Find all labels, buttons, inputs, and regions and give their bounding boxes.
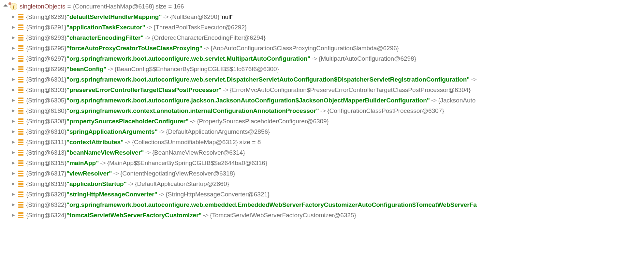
chevron-right-icon[interactable] (10, 161, 17, 165)
map-entry-icon (18, 139, 24, 145)
entry-value-type: {BeanConfig$$EnhancerBySpringCGLIB$$1fc6… (115, 64, 279, 74)
chevron-right-icon[interactable] (10, 47, 17, 50)
variable-size: size = 166 (155, 1, 184, 12)
entry-value-type: {PropertySourcesPlaceholderConfigurer@63… (197, 116, 329, 127)
svg-marker-19 (12, 203, 15, 206)
map-entry-row[interactable]: {String@6311} "contextAttributes" -> {Co… (0, 137, 644, 147)
chevron-right-icon[interactable] (10, 57, 17, 60)
entry-key-type: {String@6301} (26, 74, 66, 85)
map-entry-icon (18, 97, 24, 104)
entry-key: "org.springframework.context.annotation.… (66, 106, 319, 116)
chevron-right-icon[interactable] (10, 203, 17, 206)
entry-key-type: {String@6299} (26, 64, 66, 74)
chevron-right-icon[interactable] (10, 88, 17, 92)
map-entry-row[interactable]: {String@6308} "propertySourcesPlaceholde… (0, 116, 644, 127)
entry-key-type: {String@6310} (26, 127, 66, 137)
entry-arrow: -> (113, 168, 119, 179)
entry-key: "org.springframework.boot.autoconfigure.… (66, 74, 470, 85)
entry-value-type: {StringHttpMessageConverter@6321} (166, 189, 270, 200)
entry-arrow: -> (431, 95, 437, 106)
map-entry-row[interactable]: {String@6322} "org.springframework.boot.… (0, 200, 644, 210)
chevron-right-icon[interactable] (10, 172, 17, 175)
map-entry-row[interactable]: {String@6310} "springApplicationArgument… (0, 127, 644, 137)
entry-arrow: -> (471, 74, 476, 85)
entry-key-type: {String@6305} (26, 95, 66, 106)
entry-key-type: {String@6293} (26, 33, 66, 43)
map-entry-icon (18, 24, 24, 31)
map-entry-icon (18, 66, 24, 72)
map-entry-icon (18, 212, 24, 219)
entry-key-type: {String@6291} (26, 22, 66, 33)
svg-marker-3 (12, 36, 15, 39)
chevron-right-icon[interactable] (10, 68, 17, 71)
map-entry-row[interactable]: {String@6291} "applicationTaskExecutor" … (0, 22, 644, 33)
entry-key-type: {String@6308} (26, 116, 66, 127)
chevron-right-icon[interactable] (10, 141, 17, 144)
map-entry-row[interactable]: {String@6301} "org.springframework.boot.… (0, 74, 644, 85)
map-entry-row[interactable]: {String@6180} "org.springframework.conte… (0, 106, 644, 116)
map-entry-icon (18, 76, 24, 83)
map-entry-icon (18, 108, 24, 114)
map-entry-row[interactable]: {String@6319} "applicationStartup" -> {D… (0, 179, 644, 189)
field-icon: f (10, 3, 18, 10)
entry-value-type: {ErrorMvcAutoConfiguration$PreserveError… (230, 85, 470, 95)
entry-arrow: -> (312, 53, 317, 64)
chevron-right-icon[interactable] (10, 99, 17, 102)
svg-marker-11 (12, 120, 15, 123)
map-entry-row[interactable]: {String@6324} "tomcatServletWebServerFac… (0, 210, 644, 221)
map-entry-row[interactable]: {String@6293} "characterEncodingFilter" … (0, 33, 644, 43)
entry-key-type: {String@6315} (26, 158, 66, 168)
chevron-right-icon[interactable] (10, 26, 17, 29)
chevron-right-icon[interactable] (10, 36, 17, 39)
map-entry-row[interactable]: {String@6299} "beanConfig" -> {BeanConfi… (0, 64, 644, 74)
entry-key-type: {String@6297} (26, 53, 66, 64)
map-entry-row[interactable]: {String@6289} "defaultServletHandlerMapp… (0, 12, 644, 22)
svg-marker-6 (12, 68, 15, 71)
variables-tree: f singletonObjects = {ConcurrentHashMap@… (0, 0, 644, 222)
chevron-right-icon[interactable] (10, 109, 17, 113)
map-entry-row[interactable]: {String@6295} "forceAutoProxyCreatorToUs… (0, 43, 644, 53)
map-entry-icon (18, 45, 24, 52)
entry-arrow: -> (320, 106, 326, 116)
entry-key: "springApplicationArguments" (66, 127, 158, 137)
map-entry-row[interactable]: {String@6317} "viewResolver" -> {Content… (0, 168, 644, 179)
chevron-right-icon[interactable] (10, 193, 17, 196)
entry-key: "preserveErrorControllerTargetClassPostP… (66, 85, 222, 95)
entry-key-type: {String@6320} (26, 189, 66, 200)
chevron-right-icon[interactable] (10, 214, 17, 217)
map-entry-icon (18, 160, 24, 166)
svg-marker-13 (12, 141, 15, 144)
svg-marker-5 (12, 57, 15, 60)
map-entry-row[interactable]: {String@6297} "org.springframework.boot.… (0, 53, 644, 64)
chevron-right-icon[interactable] (10, 130, 17, 133)
chevron-right-icon[interactable] (10, 78, 17, 81)
svg-marker-2 (12, 26, 15, 29)
map-entry-row[interactable]: {String@6313} "beanNameViewResolver" -> … (0, 147, 644, 158)
entry-value-type: {TomcatServletWebServerFactoryCustomizer… (210, 210, 356, 221)
entry-value-type: {ContentNegotiatingViewResolver@6318} (120, 168, 235, 179)
svg-marker-14 (12, 151, 15, 154)
chevron-right-icon[interactable] (10, 15, 17, 19)
entry-key: "org.springframework.boot.autoconfigure.… (66, 53, 310, 64)
svg-marker-8 (12, 88, 15, 92)
chevron-right-icon[interactable] (10, 120, 17, 123)
chevron-down-icon[interactable] (2, 5, 9, 8)
entry-value-type: {BeanNameViewResolver@6314} (152, 147, 245, 158)
entry-value-type: {DefaultApplicationArguments@2856} (166, 127, 270, 137)
map-entry-icon (18, 14, 24, 20)
chevron-right-icon[interactable] (10, 151, 17, 154)
entry-key-type: {String@6303} (26, 85, 66, 95)
map-entry-row[interactable]: {String@6305} "org.springframework.boot.… (0, 95, 644, 106)
map-entry-row[interactable]: {String@6320} "stringHttpMessageConverte… (0, 189, 644, 200)
chevron-right-icon[interactable] (10, 182, 17, 186)
entry-size: size = 8 (239, 137, 261, 147)
map-entry-icon (18, 149, 24, 156)
variable-root-row[interactable]: f singletonObjects = {ConcurrentHashMap@… (0, 1, 644, 12)
svg-marker-15 (12, 161, 15, 165)
entry-arrow: -> (159, 189, 164, 200)
equals-text: = (67, 1, 71, 12)
map-entry-icon (18, 55, 24, 62)
entry-key: "defaultServletHandlerMapping" (66, 12, 162, 22)
map-entry-row[interactable]: {String@6303} "preserveErrorControllerTa… (0, 85, 644, 95)
map-entry-row[interactable]: {String@6315} "mainApp" -> {MainApp$$Enh… (0, 158, 644, 168)
